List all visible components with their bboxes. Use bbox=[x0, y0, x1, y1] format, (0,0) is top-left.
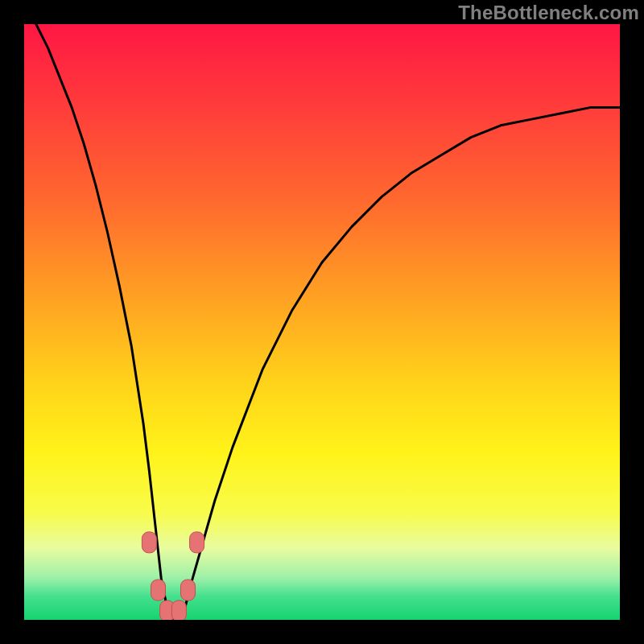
curve-marker bbox=[151, 580, 166, 601]
plot-svg bbox=[24, 24, 620, 620]
curve-marker bbox=[190, 532, 204, 553]
curve-marker bbox=[181, 580, 196, 601]
gradient-background bbox=[24, 24, 620, 620]
chart-container: TheBottleneck.com bbox=[0, 0, 644, 644]
plot-area bbox=[24, 24, 620, 620]
watermark-text: TheBottleneck.com bbox=[458, 2, 639, 24]
curve-marker bbox=[142, 532, 156, 553]
curve-marker bbox=[171, 601, 186, 620]
